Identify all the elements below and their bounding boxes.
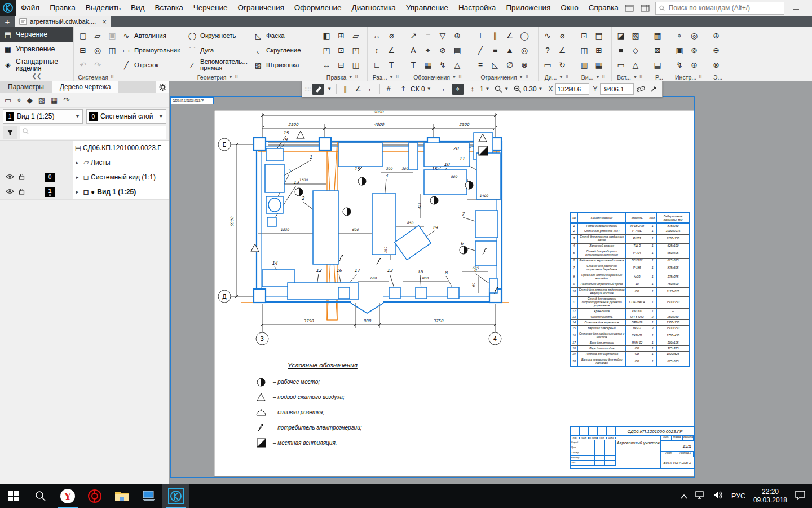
tool-icon[interactable]: ▣ xyxy=(672,43,687,58)
menu-item[interactable]: Ограничения xyxy=(232,0,289,16)
new-document-icon[interactable]: ▢ xyxy=(76,28,90,43)
grid-icon[interactable]: # xyxy=(383,84,394,95)
tool-icon[interactable]: T xyxy=(384,58,399,72)
menu-item[interactable]: Выделить xyxy=(81,0,126,16)
tool-icon[interactable]: ⊘ xyxy=(435,43,450,58)
tool-icon[interactable]: ⊕ xyxy=(450,28,465,43)
step-selector[interactable]: ↕ 1▼ xyxy=(465,83,492,95)
tree-item-system-view[interactable]: 0 ▸ ◻ Системный вид (1:1) xyxy=(0,170,169,185)
tool-icon[interactable]: ▱ xyxy=(348,28,363,43)
tool-icon[interactable]: ◳ xyxy=(348,43,363,58)
tool-icon[interactable]: ↻ xyxy=(555,58,570,72)
collapse-chevron-icon[interactable]: ❮❮ xyxy=(0,73,73,81)
geometry-command[interactable]: ∿Автолиния xyxy=(120,28,186,43)
geometry-command[interactable]: ∕Вспомогатель... прямая xyxy=(186,58,252,72)
tool-icon[interactable]: ◪ xyxy=(614,28,628,43)
tab-close-icon[interactable]: × xyxy=(102,17,107,26)
lock-icon[interactable] xyxy=(19,188,25,196)
red-app-icon[interactable] xyxy=(81,484,108,508)
eyedropper-icon[interactable] xyxy=(648,84,660,95)
panel-tab-drawing[interactable]: ▤Черчение xyxy=(0,27,73,42)
menu-item[interactable]: Настройка xyxy=(453,0,501,16)
tool-icon[interactable]: ■ xyxy=(614,43,628,58)
geometry-command[interactable]: ▨Штриховка xyxy=(252,58,318,72)
image-tool-icon[interactable]: ▦ xyxy=(51,96,58,104)
tool-icon[interactable]: ▦ xyxy=(421,58,435,72)
group-label-diagnostics[interactable]: Ди...▼⠿ xyxy=(539,73,575,81)
group-label-edit[interactable]: Правка▼⠿ xyxy=(317,73,367,81)
tool-icon[interactable]: ⌀ xyxy=(555,28,570,43)
tool-icon[interactable]: ⊞ xyxy=(334,28,348,43)
eye-icon[interactable] xyxy=(6,188,14,196)
group-label-instruments[interactable]: Инстр...⠿ xyxy=(670,73,707,81)
group-label-e[interactable]: Э... xyxy=(707,73,729,81)
tool-icon[interactable]: A xyxy=(406,43,421,58)
network-icon[interactable] xyxy=(695,491,705,501)
menu-item[interactable]: Правка xyxy=(45,0,81,16)
tray-expand-icon[interactable] xyxy=(681,491,687,501)
tree-item-view-1[interactable]: 1 ▸ ◻ ● Вид 1 (1:25) xyxy=(0,185,169,199)
ruler-icon[interactable] xyxy=(636,84,647,95)
save-icon[interactable]: ▣ xyxy=(105,28,120,43)
tab-parameters[interactable]: Параметры xyxy=(0,81,52,93)
geometry-command[interactable]: ◺Фаска xyxy=(252,28,318,43)
tool-icon[interactable]: ↔ xyxy=(319,58,334,72)
save-as-icon[interactable]: ◫ xyxy=(105,43,120,58)
tool-icon[interactable]: ↗ xyxy=(406,28,421,43)
geometry-command[interactable]: ◟Скругление xyxy=(252,43,318,58)
tool-icon[interactable]: ∿ xyxy=(540,28,555,43)
lock-icon[interactable] xyxy=(19,173,25,182)
tool-icon[interactable]: ∥ xyxy=(488,28,502,43)
open-document-icon[interactable]: ▱ xyxy=(90,28,105,43)
tool-icon[interactable]: ⊗ xyxy=(709,58,723,72)
command-search-input[interactable] xyxy=(668,3,780,12)
yandex-browser-icon[interactable]: Y xyxy=(54,484,81,508)
tool-icon[interactable]: ◇ xyxy=(628,43,643,58)
layout-split-icon[interactable] xyxy=(639,3,651,12)
tool-icon[interactable]: ⊕ xyxy=(687,58,701,72)
document-tab[interactable]: агрегатный.cdw.bak.... × xyxy=(15,16,111,27)
drag-handle-icon[interactable]: ⠿⠿ xyxy=(304,86,311,92)
expand-icon[interactable]: ▸ xyxy=(73,160,81,165)
tree-item-document[interactable]: ▤ СД06.КП.1201000.0023.Г xyxy=(0,141,169,155)
expand-icon[interactable]: ▸ xyxy=(73,174,81,180)
shapes-tool-icon[interactable]: ▧ xyxy=(38,96,45,104)
tool-icon[interactable]: ∠ xyxy=(502,28,517,43)
tree-search-input[interactable] xyxy=(20,126,166,139)
tool-icon[interactable]: ◧ xyxy=(319,28,334,43)
taskbar-clock[interactable]: 22:20 09.03.2018 xyxy=(753,488,787,505)
tool-icon[interactable]: ▽ xyxy=(435,28,450,43)
tool-icon[interactable]: ∠ xyxy=(555,43,570,58)
zoom-selector[interactable]: 0.30▼ xyxy=(512,83,544,95)
tree-item-sheets[interactable]: ▸ ▱ Листы xyxy=(0,155,169,170)
expand-icon[interactable]: ▸ xyxy=(73,189,81,195)
snap-point-icon[interactable]: ⌐ xyxy=(365,84,377,95)
restore-button[interactable] xyxy=(808,2,812,14)
x-coordinate-field[interactable]: 13298.6 xyxy=(555,83,589,95)
window-tool-icon[interactable]: ▭ xyxy=(5,96,11,104)
tool-icon[interactable]: T xyxy=(406,58,421,72)
geometry-command[interactable]: ⌒Дуга xyxy=(186,43,252,58)
magnifier-selector[interactable]: ▼ xyxy=(493,83,510,95)
menu-item[interactable]: Черчение xyxy=(188,0,233,16)
tool-icon[interactable]: ↯ xyxy=(672,58,687,72)
eye-icon[interactable] xyxy=(6,173,14,181)
tool-icon[interactable]: ⌀ xyxy=(384,28,399,43)
group-label-constraints[interactable]: Ограничения▼⠿ xyxy=(471,73,538,81)
start-button[interactable] xyxy=(0,484,27,508)
tool-dropdown-icon[interactable]: ▼ xyxy=(325,83,333,95)
tool-icon[interactable]: ▲ xyxy=(502,43,517,58)
tool-icon[interactable]: △ xyxy=(628,58,643,72)
coordinate-system-selector[interactable]: ↥ СК 0▼ xyxy=(396,83,433,95)
gear-icon[interactable] xyxy=(156,81,169,93)
tool-icon[interactable]: ≡ xyxy=(421,28,435,43)
tool-icon[interactable]: ⊠ xyxy=(650,43,665,58)
tool-icon[interactable]: △ xyxy=(450,58,465,72)
group-label-designations[interactable]: Обозначения▼⠿ xyxy=(404,73,471,81)
tool-icon[interactable]: ◺ xyxy=(488,58,502,72)
tool-icon[interactable]: ≡ xyxy=(488,43,502,58)
new-document-tab-button[interactable]: + xyxy=(0,16,15,27)
layers-tool-icon[interactable]: ◆ xyxy=(27,96,33,104)
drawing-canvas[interactable]: 9000250040002500600037509003750150030030… xyxy=(169,81,812,484)
filter-icon[interactable] xyxy=(3,126,17,139)
